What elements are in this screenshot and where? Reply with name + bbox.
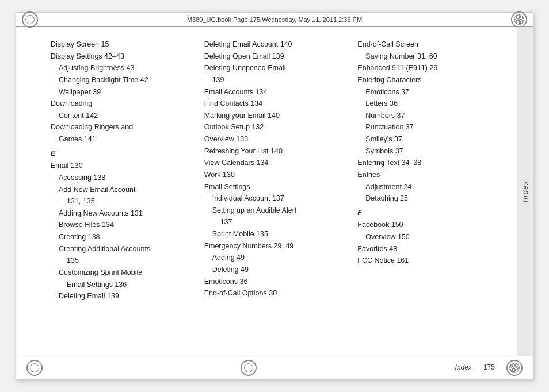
footer-corner-right — [506, 360, 523, 376]
list-item: Add New Email Account — [51, 184, 193, 196]
header-text: M380_UG.book Page 175 Wednesday, May 11,… — [26, 16, 523, 23]
list-item: Downloading — [51, 98, 193, 110]
corner-crosshair-left — [25, 15, 35, 24]
list-item: Enhanced 911 (E911) 29 — [357, 62, 500, 74]
list-item: Smiley's 37 — [357, 133, 500, 145]
list-item: 135 — [51, 255, 193, 267]
main-content: Display Screen 15 Display Settings 42–43… — [16, 27, 517, 356]
list-item: Entries — [357, 169, 500, 181]
list-item: Adding New Accounts 131 — [51, 207, 193, 220]
list-item: Email Accounts 134 — [204, 86, 346, 98]
list-item: Wallpaper 39 — [51, 86, 193, 98]
list-item: Deleting Email 139 — [51, 290, 193, 302]
footer-page-number: 175 — [483, 363, 495, 371]
corner-decoration-right — [514, 14, 524, 25]
list-item: Content 142 — [51, 110, 193, 122]
list-item: Emergency Numbers 29, 49 — [204, 240, 346, 252]
column-right: End-of-Call Screen Saving Number 31, 60 … — [352, 39, 505, 344]
list-item: Deleting Open Email 139 — [204, 51, 346, 63]
list-item: Emoticons 36 — [204, 276, 346, 288]
column-left: Display Screen 15 Display Settings 42–43… — [51, 39, 199, 344]
list-item: Numbers 37 — [357, 110, 500, 122]
list-item: Find Contacts 134 — [204, 98, 346, 110]
footer-crosshair-center — [244, 363, 253, 372]
list-item: Marking your Email 140 — [204, 110, 346, 122]
list-item: FCC Notice 161 — [357, 255, 500, 267]
header-corner-left — [22, 11, 38, 28]
list-item: Changing Backlight Time 42 — [51, 74, 193, 86]
section-letter-e: E — [51, 148, 193, 160]
page-footer: Index 175 — [16, 356, 533, 379]
list-item: Letters 36 — [357, 98, 500, 110]
list-item: Deleting Unopened Email — [204, 62, 346, 74]
list-item: Symbols 37 — [357, 145, 500, 157]
list-item: Display Screen 15 — [51, 39, 193, 51]
list-item: End-of-Call Options 30 — [204, 287, 346, 299]
list-item: Emoticons 37 — [357, 86, 500, 98]
list-item: Refreshing Your List 140 — [204, 145, 346, 157]
footer-center — [241, 360, 257, 376]
index-tab: Index — [517, 27, 533, 356]
list-item: Adding 49 — [204, 252, 346, 264]
list-item: Accessing 138 — [51, 172, 193, 184]
footer-decoration-right — [509, 363, 520, 373]
list-item: 131, 135 — [51, 195, 193, 207]
list-item: Setting up an Audible Alert — [204, 205, 346, 217]
list-item: Games 141 — [51, 133, 193, 145]
index-tab-label: Index — [521, 180, 529, 202]
list-item: 137 — [204, 216, 346, 228]
list-item: Creating Additional Accounts — [51, 243, 193, 255]
footer-crosshair-left — [30, 363, 39, 372]
list-item: Work 130 — [204, 169, 346, 181]
list-item: Entering Text 34–38 — [357, 157, 500, 169]
list-item: Individual Account 137 — [204, 193, 346, 205]
list-item: Customizing Sprint Mobile — [51, 267, 193, 279]
list-item: Outlook Setup 132 — [204, 121, 346, 133]
list-item: Entering Characters — [357, 74, 500, 86]
list-item: Detaching 25 — [357, 193, 500, 205]
list-item: Deleting Email Account 140 — [204, 39, 346, 51]
footer-page-info: Index 175 — [455, 360, 523, 376]
list-item: Favorites 48 — [357, 243, 500, 255]
list-item: End-of-Call Screen — [357, 39, 500, 51]
list-item: Adjustment 24 — [357, 181, 500, 193]
section-letter-f: F — [357, 207, 500, 219]
list-item: Display Settings 42–43 — [51, 51, 193, 63]
list-item: Punctuation 37 — [357, 121, 500, 133]
list-item: Saving Number 31, 60 — [357, 51, 500, 63]
list-item: Overview 133 — [204, 133, 346, 145]
column-middle: Deleting Email Account 140 Deleting Open… — [199, 39, 352, 344]
list-item: Adjusting Brightness 43 — [51, 62, 193, 74]
list-item: Overview 150 — [357, 231, 500, 243]
list-item: Creating 138 — [51, 231, 193, 243]
footer-corner-left — [26, 360, 43, 376]
list-item: Email Settings 136 — [51, 279, 193, 291]
list-item: Email 130 — [51, 160, 193, 172]
page: M380_UG.book Page 175 Wednesday, May 11,… — [16, 12, 533, 380]
content-area: Display Screen 15 Display Settings 42–43… — [16, 27, 533, 356]
footer-circle-center — [241, 360, 257, 376]
list-item: Facebook 150 — [357, 219, 500, 231]
list-item: Browse Files 134 — [51, 219, 193, 231]
list-item: Sprint Mobile 135 — [204, 228, 346, 240]
header-corner-right — [511, 11, 527, 28]
list-item: Downloading Ringers and — [51, 121, 193, 133]
list-item: Email Settings — [204, 181, 346, 193]
list-item: View Calendars 134 — [204, 157, 346, 169]
page-header: M380_UG.book Page 175 Wednesday, May 11,… — [16, 13, 533, 27]
list-item: Deleting 49 — [204, 264, 346, 276]
list-item: 139 — [204, 74, 346, 86]
footer-index-label: Index — [455, 363, 472, 371]
